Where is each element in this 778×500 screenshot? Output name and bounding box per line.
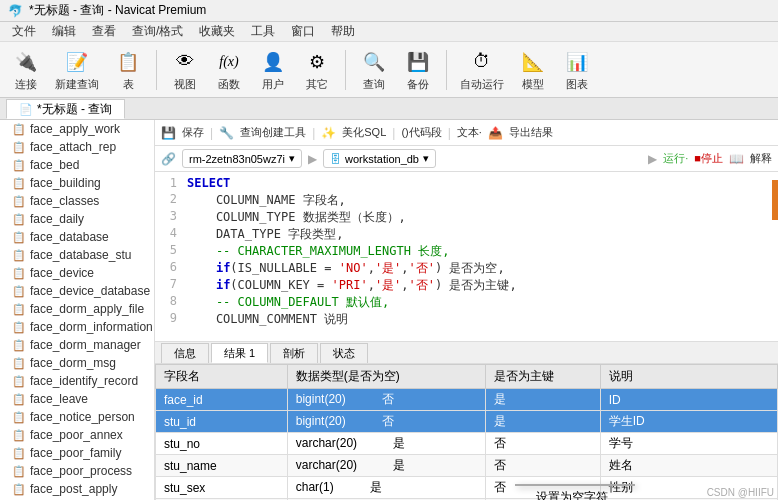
sidebar-item-face-poor-family[interactable]: 📋 face_poor_family [0, 444, 154, 462]
other-button[interactable]: ⚙ 其它 [297, 45, 337, 95]
sidebar-item-face-building[interactable]: 📋 face_building [0, 174, 154, 192]
query-tab[interactable]: 📄 *无标题 - 查询 [6, 99, 125, 119]
chart-button[interactable]: 📊 图表 [557, 45, 597, 95]
beautify-button[interactable]: 美化SQL [342, 125, 386, 140]
sidebar-item-label: face_building [30, 176, 101, 190]
text-button[interactable]: 文本· [457, 125, 482, 140]
table-small-icon16: 📋 [12, 393, 26, 406]
menu-view[interactable]: 查看 [84, 21, 124, 42]
sidebar-item-face-classes[interactable]: 📋 face_classes [0, 192, 154, 210]
context-set-empty[interactable]: 设置为空字符串 [516, 485, 634, 500]
database-selector[interactable]: 🗄 workstation_db ▾ [323, 149, 436, 168]
tab-cut[interactable]: 剖析 [270, 343, 318, 363]
tab-bar: 📄 *无标题 - 查询 [0, 98, 778, 120]
toolbar-separator3 [446, 50, 447, 90]
connect-button[interactable]: 🔌 连接 [6, 45, 46, 95]
explain-button[interactable]: 解释 [750, 151, 772, 166]
sidebar-item-face-leave[interactable]: 📋 face_leave [0, 390, 154, 408]
model-button[interactable]: 📐 模型 [513, 45, 553, 95]
sidebar-item-face-identify-record[interactable]: 📋 face_identify_record [0, 372, 154, 390]
tab-result1[interactable]: 结果 1 [211, 343, 268, 363]
sidebar-item-face-device-database[interactable]: 📋 face_device_database [0, 282, 154, 300]
chart-label: 图表 [566, 77, 588, 92]
menu-edit[interactable]: 编辑 [44, 21, 84, 42]
sidebar-item-face-dorm-apply-file[interactable]: 📋 face_dorm_apply_file [0, 300, 154, 318]
tab-status[interactable]: 状态 [320, 343, 368, 363]
sidebar-item-face-notice-person[interactable]: 📋 face_notice_person [0, 408, 154, 426]
sidebar-item-label: face_dorm_manager [30, 338, 141, 352]
menu-tools[interactable]: 工具 [243, 21, 283, 42]
toolbar: 🔌 连接 📝 新建查询 📋 表 👁 视图 f(x) 函数 👤 用户 ⚙ 其它 🔍… [0, 42, 778, 98]
query-label: 查询 [363, 77, 385, 92]
sidebar-item-face-database[interactable]: 📋 face_database [0, 228, 154, 246]
arrow-icon: ▶ [308, 152, 317, 166]
view-label: 视图 [174, 77, 196, 92]
sidebar-item-face-daily[interactable]: 📋 face_daily [0, 210, 154, 228]
code-editor[interactable]: 1 SELECT 2 COLUMN_NAME 字段名, 3 COLUMN_TYP… [155, 172, 778, 342]
connection-selector[interactable]: rm-2zetn83n05wz7i ▾ [182, 149, 302, 168]
sidebar-item-label: face_post_apply [30, 482, 117, 496]
sidebar-item-label: face_daily [30, 212, 84, 226]
table-row[interactable]: stu_namevarchar(20) 是否姓名 [156, 455, 778, 477]
backup-button[interactable]: 💾 备份 [398, 45, 438, 95]
sidebar-item-face-poor-annex[interactable]: 📋 face_poor_annex [0, 426, 154, 444]
user-button[interactable]: 👤 用户 [253, 45, 293, 95]
connection-value: rm-2zetn83n05wz7i [189, 153, 285, 165]
table-button[interactable]: 📋 表 [108, 45, 148, 95]
query-button[interactable]: 🔍 查询 [354, 45, 394, 95]
table-label: 表 [123, 77, 134, 92]
code-line-2: 2 COLUMN_NAME 字段名, [155, 192, 778, 209]
menu-favorites[interactable]: 收藏夹 [191, 21, 243, 42]
menu-query-format[interactable]: 查询/格式 [124, 21, 191, 42]
sidebar-item-face-bed[interactable]: 📋 face_bed [0, 156, 154, 174]
save-button[interactable]: 保存 [182, 125, 204, 140]
cell-pk: 是 [485, 389, 600, 411]
sidebar-item-face-post-apply[interactable]: 📋 face_post_apply [0, 480, 154, 498]
tab-info[interactable]: 信息 [161, 343, 209, 363]
title-bar: 🐬 *无标题 - 查询 - Navicat Premium [0, 0, 778, 22]
sidebar-item-face-attach-rep[interactable]: 📋 face_attach_rep [0, 138, 154, 156]
menu-help[interactable]: 帮助 [323, 21, 363, 42]
sidebar-item-label: face_notice_person [30, 410, 135, 424]
table-small-icon19: 📋 [12, 447, 26, 460]
run-button[interactable]: 运行· [663, 151, 688, 166]
orange-indicator [772, 180, 778, 220]
table-row[interactable]: stu_sexchar(1) 是否性别 [156, 477, 778, 499]
main-content: 📋 face_apply_work 📋 face_attach_rep 📋 fa… [0, 120, 778, 500]
code-snippet-button[interactable]: ()代码段 [401, 125, 441, 140]
menu-file[interactable]: 文件 [4, 21, 44, 42]
create-tool-button[interactable]: 查询创建工具 [240, 125, 306, 140]
query-tab-icon: 📄 [19, 103, 33, 116]
table-row[interactable]: stu_novarchar(20) 是否学号 [156, 433, 778, 455]
table-header-row: 字段名 数据类型(是否为空) 是否为主键 说明 [156, 365, 778, 389]
results-area: 字段名 数据类型(是否为空) 是否为主键 说明 face_idbigint(20… [155, 364, 778, 500]
code-line-8: 8 -- COLUMN_DEFAULT 默认值, [155, 294, 778, 311]
table-row[interactable]: face_idbigint(20) 否是ID [156, 389, 778, 411]
sidebar-item-face-poor-process[interactable]: 📋 face_poor_process [0, 462, 154, 480]
new-query-button[interactable]: 📝 新建查询 [50, 45, 104, 95]
sidebar-item-label: face_apply_work [30, 122, 120, 136]
col-field-name: 字段名 [156, 365, 288, 389]
table-small-icon8: 📋 [12, 249, 26, 262]
export-button[interactable]: 导出结果 [509, 125, 553, 140]
sidebar-item-face-dorm-manager[interactable]: 📋 face_dorm_manager [0, 336, 154, 354]
results-table: 字段名 数据类型(是否为空) 是否为主键 说明 face_idbigint(20… [155, 364, 778, 500]
sidebar-item-face-dorm-information[interactable]: 📋 face_dorm_information [0, 318, 154, 336]
sidebar-item-face-dorm-msg[interactable]: 📋 face_dorm_msg [0, 354, 154, 372]
table-small-icon2: 📋 [12, 141, 26, 154]
sidebar-item-face-database-stu[interactable]: 📋 face_database_stu [0, 246, 154, 264]
cell-desc: 学生ID [600, 411, 777, 433]
cell-field: stu_id [156, 411, 288, 433]
sidebar-item-face-device[interactable]: 📋 face_device [0, 264, 154, 282]
cell-field: stu_sex [156, 477, 288, 499]
function-button[interactable]: f(x) 函数 [209, 45, 249, 95]
table-row[interactable]: stu_idbigint(20) 否是学生ID [156, 411, 778, 433]
function-label: 函数 [218, 77, 240, 92]
explain-icon: 📖 [729, 152, 744, 166]
table-small-icon15: 📋 [12, 375, 26, 388]
sidebar-item-face-apply-work[interactable]: 📋 face_apply_work [0, 120, 154, 138]
view-button[interactable]: 👁 视图 [165, 45, 205, 95]
auto-run-button[interactable]: ⏱ 自动运行 [455, 45, 509, 95]
stop-button[interactable]: ■停止 [694, 151, 723, 166]
menu-window[interactable]: 窗口 [283, 21, 323, 42]
